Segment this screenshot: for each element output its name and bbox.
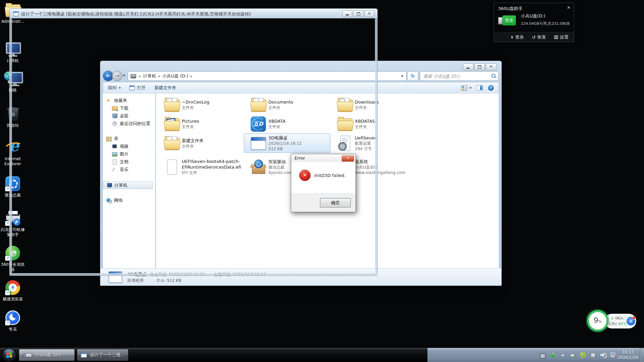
desktop-icon-internet-explorer[interactable]: e Internet Explorer (0, 139, 25, 167)
crumb-separator: ▸ (191, 74, 192, 78)
safely-remove-hardware-icon[interactable]: ✓ (570, 352, 576, 358)
file-tile[interactable]: 新建文件夹文件夹 (157, 133, 244, 153)
usb-tray-icon[interactable] (549, 352, 556, 358)
error-dialog-title-bar[interactable]: Error ✕ (291, 154, 356, 162)
desktop-icon-speed-browser[interactable]: ↗ 极速浏览器 (0, 280, 25, 302)
start-button[interactable] (3, 349, 15, 361)
sidebar-item-recent[interactable]: 最近访问的位置 (103, 120, 155, 127)
minimize-button[interactable] (342, 10, 352, 17)
network-icon (5, 71, 21, 87)
sidebar-item-music[interactable]: ♪ 音乐 (103, 166, 155, 173)
taskbar-clock[interactable]: 16:13 2026/1/16 (616, 350, 640, 360)
desktop-icon-label: 计算机 (0, 58, 25, 63)
360-security-icon[interactable]: + (580, 352, 586, 358)
sidebar-item-downloads[interactable]: ↓ 下载 (103, 104, 155, 112)
preview-pane-button[interactable] (477, 85, 483, 90)
search-icon (491, 74, 495, 78)
sidebar-item-videos[interactable]: 视频 (103, 142, 155, 150)
file-tile[interactable]: UefiSeven配置设置294 字节 (330, 133, 417, 153)
desktop-icon-browser-360[interactable]: e ↗ 360安全浏览器 (0, 245, 25, 272)
taskbar-button-usb-drive[interactable]: 小兵U盘 (D:) (19, 349, 75, 361)
close-icon[interactable]: ✕ (567, 5, 571, 10)
file-tile[interactable]: XBDATAS文件夹 (330, 114, 417, 133)
open-button[interactable]: 打开 (129, 85, 146, 91)
file-tile[interactable]: 五D XBDATA文件夹 (244, 114, 330, 133)
error-dialog: Error ✕ ✕ InitD3D failed. 确定 (291, 154, 356, 212)
desktop-icon-printer-helper[interactable]: ↗ 闪克打印机修复助手 (0, 210, 25, 237)
command-bar: 组织 ▼ 打开 新建文件夹 ▼ ? (103, 82, 498, 94)
usb-stick-icon (23, 353, 32, 357)
help-button[interactable]: ? (488, 85, 494, 91)
device-tray-icon[interactable] (590, 352, 596, 358)
usb-helper-panel: 360U盘助手 ✕ 安全 小兵U盘(D:) 224.04GB可用,共231.09… (494, 3, 574, 42)
navigation-pane: ★ 收藏夹 ↓ 下载 桌面 最近访问的位置 库 视频 (103, 94, 155, 268)
network-disconnected-icon[interactable]: ✕ (610, 352, 616, 358)
sidebar-item-computer[interactable]: 计算机 (103, 181, 153, 189)
input-method-icon[interactable] (539, 352, 546, 358)
maximize-button[interactable] (474, 63, 485, 70)
error-message: InitD3D failed. (314, 173, 345, 178)
app-window-icon (129, 85, 135, 90)
desktop-icon-label: Internet Explorer (0, 157, 25, 167)
videos-icon (112, 144, 118, 149)
desktop-icon-drive-master[interactable]: ↗ 驱动总裁 (0, 176, 25, 198)
computer-icon (5, 41, 21, 57)
sidebar-item-libraries[interactable]: 库 (103, 135, 155, 142)
file-tile[interactable]: Documents文件夹 (244, 95, 330, 114)
file-tile[interactable]: Pictures文件夹 (157, 114, 244, 133)
organize-button[interactable]: 组织 ▼ (108, 85, 121, 91)
settings-button[interactable]: 设置 (554, 34, 569, 40)
search-input[interactable]: 搜索 小兵U盘 (D:) (420, 71, 499, 81)
usb-drive-name: 小兵U盘(D:) (521, 13, 545, 19)
desktop-icon-network[interactable]: 网络 (0, 71, 25, 93)
desktop-icon-computer[interactable]: 计算机 (0, 41, 25, 63)
new-folder-button[interactable]: 新建文件夹 (154, 85, 176, 91)
desktop-icon-recycle-bin[interactable]: ♻ 回收站 (0, 106, 25, 128)
breadcrumb-computer[interactable]: 计算机 (143, 73, 156, 79)
file-tile[interactable]: UEFISeven-bootx64-patch-EfiRuntimeServic… (157, 153, 244, 181)
taskbar-button-viewer[interactable]: 设计了一个三维... (77, 349, 128, 361)
close-icon: ✕ (486, 64, 496, 69)
details-pane: 3D电脑桌 修改日期: 2025/12/29 11:02 创建日期: 2026/… (101, 268, 501, 285)
sidebar-item-favorites[interactable]: ★ 收藏夹 (103, 97, 155, 104)
views-button[interactable]: ▼ (461, 85, 472, 91)
desktop-mini-icon (112, 113, 118, 119)
show-desktop-button[interactable] (640, 348, 644, 362)
recycle-bin-icon: ♻ (5, 106, 21, 122)
breadcrumb[interactable]: ▸ 计算机 ▸ 小兵U盘 (D:) ▸ ▼ (128, 71, 407, 81)
close-button[interactable]: ✕ (364, 10, 374, 17)
refresh-button[interactable]: ↻ (407, 71, 418, 81)
breadcrumb-drive[interactable]: 小兵U盘 (D:) (162, 73, 188, 79)
sidebar-item-pictures[interactable]: 图片 (103, 150, 155, 158)
volume-icon[interactable] (600, 352, 606, 358)
close-button[interactable]: ✕ (486, 63, 496, 70)
check-icon: ✓ (574, 355, 577, 358)
sidebar-item-desktop[interactable]: 桌面 (103, 112, 155, 120)
file-tile-selected[interactable]: 3D电脑桌2026/1/16 16:12512 KB (244, 133, 330, 153)
close-button[interactable]: ✕ (342, 156, 354, 162)
installer-box-icon (250, 159, 266, 175)
sidebar-item-documents[interactable]: 文档 (103, 158, 155, 166)
ok-button[interactable]: 确定 (320, 198, 351, 207)
file-tile[interactable]: Downloads文件夹 (330, 95, 417, 114)
file-tile[interactable]: ~DrvCeoLog文件夹 (157, 95, 244, 114)
desktop-icon-label: 驱动总裁 (0, 193, 25, 198)
nav-history-dropdown-icon[interactable]: ▼ (123, 74, 125, 77)
scan-button[interactable]: 查杀 (511, 34, 524, 40)
desktop-icon-quark[interactable]: ↗ 夸克 (0, 310, 25, 332)
sidebar-item-network[interactable]: 网络 (103, 196, 155, 204)
usb-capacity: 224.04GB可用,共231.09GB (521, 21, 570, 26)
minimize-button[interactable] (463, 63, 474, 70)
forward-button[interactable]: → (112, 71, 122, 81)
shortcut-arrow-icon: ↗ (5, 320, 10, 325)
crumb-separator: ▸ (139, 74, 141, 78)
viewer-title-bar[interactable]: 设计了一个三维电脑桌 [鼠标左键拖动,滚轮缩放;键盘L开关灯,C灯光2,H开关高… (9, 8, 378, 18)
maximize-button[interactable] (353, 10, 363, 17)
show-hidden-icons-button[interactable] (559, 352, 566, 358)
desktop: Administr... 计算机 网络 ♻ 回收站 e Internet Exp… (0, 0, 644, 362)
address-dropdown-icon[interactable]: ▼ (401, 75, 403, 78)
pictures-icon (112, 152, 118, 157)
gear-icon (338, 142, 347, 151)
cpu-usage-ball[interactable]: 9% (587, 310, 608, 331)
restore-button[interactable]: ↺ 恢复 (532, 34, 546, 40)
